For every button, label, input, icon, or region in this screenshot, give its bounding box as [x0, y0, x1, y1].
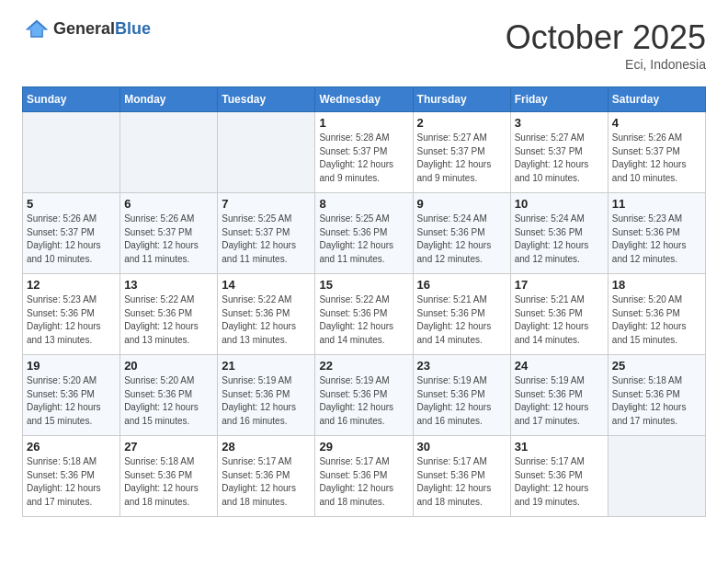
table-row: 15Sunrise: 5:22 AMSunset: 5:36 PMDayligh… — [315, 274, 413, 355]
table-row: 3Sunrise: 5:27 AMSunset: 5:37 PMDaylight… — [510, 112, 608, 193]
day-info: Sunrise: 5:17 AMSunset: 5:36 PMDaylight:… — [222, 455, 311, 509]
table-row — [608, 436, 705, 517]
day-info: Sunrise: 5:24 AMSunset: 5:36 PMDaylight:… — [417, 213, 506, 266]
day-number: 7 — [222, 197, 311, 211]
table-row: 20Sunrise: 5:20 AMSunset: 5:36 PMDayligh… — [120, 355, 218, 436]
day-number: 20 — [124, 359, 213, 373]
col-friday: Friday — [510, 87, 608, 112]
day-number: 29 — [319, 440, 408, 454]
day-number: 9 — [417, 197, 506, 211]
calendar-week-row: 1Sunrise: 5:28 AMSunset: 5:37 PMDaylight… — [23, 112, 706, 193]
col-monday: Monday — [120, 87, 218, 112]
day-number: 11 — [612, 197, 701, 211]
table-row: 9Sunrise: 5:24 AMSunset: 5:36 PMDaylight… — [413, 193, 510, 274]
day-number: 28 — [222, 440, 311, 454]
day-info: Sunrise: 5:26 AMSunset: 5:37 PMDaylight:… — [124, 213, 213, 266]
day-number: 3 — [515, 116, 604, 130]
table-row: 16Sunrise: 5:21 AMSunset: 5:36 PMDayligh… — [413, 274, 510, 355]
day-info: Sunrise: 5:22 AMSunset: 5:36 PMDaylight:… — [124, 293, 213, 347]
day-number: 14 — [222, 278, 311, 292]
table-row — [23, 112, 120, 193]
table-row: 27Sunrise: 5:18 AMSunset: 5:36 PMDayligh… — [120, 436, 218, 517]
day-info: Sunrise: 5:23 AMSunset: 5:36 PMDaylight:… — [612, 213, 701, 266]
table-row: 13Sunrise: 5:22 AMSunset: 5:36 PMDayligh… — [120, 274, 218, 355]
table-row: 2Sunrise: 5:27 AMSunset: 5:37 PMDaylight… — [413, 112, 510, 193]
day-number: 6 — [124, 197, 213, 211]
day-number: 16 — [417, 278, 506, 292]
table-row: 18Sunrise: 5:20 AMSunset: 5:36 PMDayligh… — [608, 274, 705, 355]
table-row: 6Sunrise: 5:26 AMSunset: 5:37 PMDaylight… — [120, 193, 218, 274]
table-row: 17Sunrise: 5:21 AMSunset: 5:36 PMDayligh… — [510, 274, 608, 355]
day-number: 17 — [515, 278, 604, 292]
day-number: 24 — [515, 359, 604, 373]
day-info: Sunrise: 5:26 AMSunset: 5:37 PMDaylight:… — [27, 213, 116, 266]
table-row — [218, 112, 315, 193]
col-thursday: Thursday — [413, 87, 510, 112]
col-tuesday: Tuesday — [218, 87, 315, 112]
calendar-week-row: 5Sunrise: 5:26 AMSunset: 5:37 PMDaylight… — [23, 193, 706, 274]
day-info: Sunrise: 5:17 AMSunset: 5:36 PMDaylight:… — [515, 455, 604, 509]
day-number: 10 — [515, 197, 604, 211]
day-info: Sunrise: 5:18 AMSunset: 5:36 PMDaylight:… — [124, 455, 213, 509]
day-info: Sunrise: 5:19 AMSunset: 5:36 PMDaylight:… — [515, 374, 604, 428]
day-number: 2 — [417, 116, 506, 130]
title-area: October 2025 Eci, Indonesia — [506, 18, 706, 72]
day-info: Sunrise: 5:28 AMSunset: 5:37 PMDaylight:… — [319, 132, 408, 185]
day-info: Sunrise: 5:24 AMSunset: 5:36 PMDaylight:… — [515, 213, 604, 266]
table-row: 31Sunrise: 5:17 AMSunset: 5:36 PMDayligh… — [510, 436, 608, 517]
table-row: 22Sunrise: 5:19 AMSunset: 5:36 PMDayligh… — [315, 355, 413, 436]
day-info: Sunrise: 5:18 AMSunset: 5:36 PMDaylight:… — [27, 455, 116, 509]
day-number: 27 — [124, 440, 213, 454]
page: GeneralBlue October 2025 Eci, Indonesia … — [0, 0, 728, 535]
table-row — [120, 112, 218, 193]
table-row: 4Sunrise: 5:26 AMSunset: 5:37 PMDaylight… — [608, 112, 705, 193]
day-info: Sunrise: 5:25 AMSunset: 5:36 PMDaylight:… — [319, 213, 408, 266]
day-number: 1 — [319, 116, 408, 130]
day-info: Sunrise: 5:21 AMSunset: 5:36 PMDaylight:… — [417, 293, 506, 347]
header: GeneralBlue October 2025 Eci, Indonesia — [22, 18, 706, 72]
day-info: Sunrise: 5:22 AMSunset: 5:36 PMDaylight:… — [319, 293, 408, 347]
table-row: 8Sunrise: 5:25 AMSunset: 5:36 PMDaylight… — [315, 193, 413, 274]
table-row: 7Sunrise: 5:25 AMSunset: 5:37 PMDaylight… — [218, 193, 315, 274]
table-row: 5Sunrise: 5:26 AMSunset: 5:37 PMDaylight… — [23, 193, 120, 274]
table-row: 19Sunrise: 5:20 AMSunset: 5:36 PMDayligh… — [23, 355, 120, 436]
day-number: 22 — [319, 359, 408, 373]
day-number: 26 — [27, 440, 116, 454]
col-sunday: Sunday — [23, 87, 120, 112]
calendar-header-row: Sunday Monday Tuesday Wednesday Thursday… — [23, 87, 706, 112]
day-info: Sunrise: 5:23 AMSunset: 5:36 PMDaylight:… — [27, 293, 116, 347]
logo-blue: Blue — [115, 19, 151, 38]
table-row: 29Sunrise: 5:17 AMSunset: 5:36 PMDayligh… — [315, 436, 413, 517]
day-number: 30 — [417, 440, 506, 454]
day-info: Sunrise: 5:20 AMSunset: 5:36 PMDaylight:… — [27, 374, 116, 428]
col-saturday: Saturday — [608, 87, 705, 112]
day-number: 23 — [417, 359, 506, 373]
location: Eci, Indonesia — [506, 57, 706, 72]
table-row: 21Sunrise: 5:19 AMSunset: 5:36 PMDayligh… — [218, 355, 315, 436]
day-info: Sunrise: 5:26 AMSunset: 5:37 PMDaylight:… — [612, 132, 701, 185]
table-row: 12Sunrise: 5:23 AMSunset: 5:36 PMDayligh… — [23, 274, 120, 355]
calendar-table: Sunday Monday Tuesday Wednesday Thursday… — [22, 86, 706, 517]
day-number: 21 — [222, 359, 311, 373]
table-row: 23Sunrise: 5:19 AMSunset: 5:36 PMDayligh… — [413, 355, 510, 436]
day-info: Sunrise: 5:27 AMSunset: 5:37 PMDaylight:… — [515, 132, 604, 185]
day-info: Sunrise: 5:18 AMSunset: 5:36 PMDaylight:… — [612, 374, 701, 428]
day-info: Sunrise: 5:22 AMSunset: 5:36 PMDaylight:… — [222, 293, 311, 347]
calendar-week-row: 19Sunrise: 5:20 AMSunset: 5:36 PMDayligh… — [23, 355, 706, 436]
table-row: 1Sunrise: 5:28 AMSunset: 5:37 PMDaylight… — [315, 112, 413, 193]
table-row: 25Sunrise: 5:18 AMSunset: 5:36 PMDayligh… — [608, 355, 705, 436]
day-info: Sunrise: 5:17 AMSunset: 5:36 PMDaylight:… — [417, 455, 506, 509]
day-number: 8 — [319, 197, 408, 211]
logo-general: General — [53, 19, 115, 38]
day-number: 4 — [612, 116, 701, 130]
table-row: 10Sunrise: 5:24 AMSunset: 5:36 PMDayligh… — [510, 193, 608, 274]
table-row: 14Sunrise: 5:22 AMSunset: 5:36 PMDayligh… — [218, 274, 315, 355]
logo: GeneralBlue — [22, 18, 151, 39]
day-info: Sunrise: 5:20 AMSunset: 5:36 PMDaylight:… — [124, 374, 213, 428]
day-info: Sunrise: 5:21 AMSunset: 5:36 PMDaylight:… — [515, 293, 604, 347]
table-row: 11Sunrise: 5:23 AMSunset: 5:36 PMDayligh… — [608, 193, 705, 274]
day-info: Sunrise: 5:19 AMSunset: 5:36 PMDaylight:… — [417, 374, 506, 428]
day-info: Sunrise: 5:25 AMSunset: 5:37 PMDaylight:… — [222, 213, 311, 266]
day-info: Sunrise: 5:17 AMSunset: 5:36 PMDaylight:… — [319, 455, 408, 509]
day-number: 25 — [612, 359, 701, 373]
